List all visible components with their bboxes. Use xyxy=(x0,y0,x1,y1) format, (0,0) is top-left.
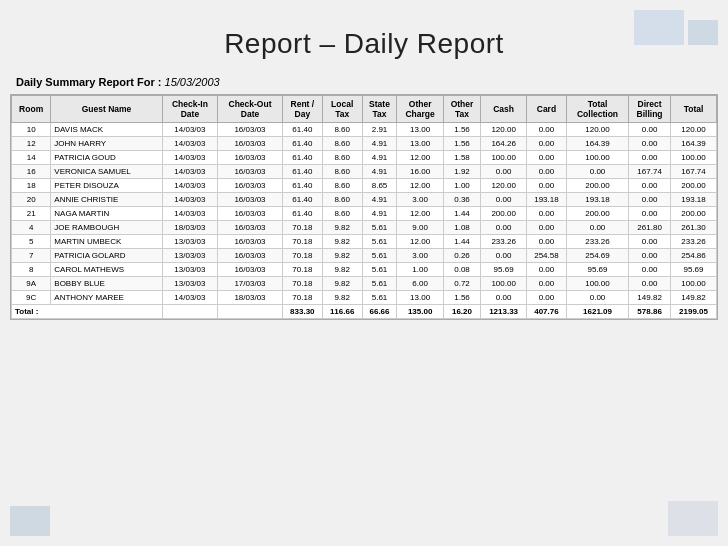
table-cell: 21 xyxy=(12,207,51,221)
table-cell: 120.00 xyxy=(481,123,527,137)
table-cell: 164.39 xyxy=(566,137,628,151)
table-row: 9ABOBBY BLUE13/03/0317/03/0370.189.825.6… xyxy=(12,277,717,291)
table-cell: 14/03/03 xyxy=(162,137,217,151)
table-cell: 9.00 xyxy=(397,221,443,235)
table-cell: 4 xyxy=(12,221,51,235)
table-cell: 16/03/03 xyxy=(218,249,283,263)
page-title: Report – Daily Report xyxy=(10,10,718,70)
table-cell: 70.18 xyxy=(282,291,322,305)
table-cell: 16/03/03 xyxy=(218,137,283,151)
table-cell: PATRICIA GOLARD xyxy=(51,249,162,263)
table-cell: 1.56 xyxy=(443,123,480,137)
table-cell: 0.72 xyxy=(443,277,480,291)
table-cell: 0.26 xyxy=(443,249,480,263)
table-cell: 0.00 xyxy=(629,123,671,137)
col-card: Card xyxy=(527,96,567,123)
table-cell: 5.61 xyxy=(362,249,397,263)
table-row: 5MARTIN UMBECK13/03/0316/03/0370.189.825… xyxy=(12,235,717,249)
table-cell: ANTHONY MAREE xyxy=(51,291,162,305)
bottom-right-decoration xyxy=(668,501,718,536)
table-cell: 0.00 xyxy=(527,235,567,249)
table-cell: 18/03/03 xyxy=(162,221,217,235)
table-cell: 0.00 xyxy=(629,235,671,249)
table-cell: 4.91 xyxy=(362,151,397,165)
table-cell: 120.00 xyxy=(671,123,717,137)
table-row: 9CANTHONY MAREE14/03/0318/03/0370.189.82… xyxy=(12,291,717,305)
col-checkout: Check-OutDate xyxy=(218,96,283,123)
table-cell: 3.00 xyxy=(397,249,443,263)
table-cell: 13.00 xyxy=(397,123,443,137)
table-cell: 5.61 xyxy=(362,221,397,235)
table-cell: 95.69 xyxy=(566,263,628,277)
table-row: 16VERONICA SAMUEL14/03/0316/03/0361.408.… xyxy=(12,165,717,179)
col-cash: Cash xyxy=(481,96,527,123)
table-cell: 0.00 xyxy=(629,137,671,151)
report-for-label: For : xyxy=(137,76,161,88)
table-row: 14PATRICIA GOUD14/03/0316/03/0361.408.60… xyxy=(12,151,717,165)
col-total: Total xyxy=(671,96,717,123)
table-cell: 164.26 xyxy=(481,137,527,151)
table-cell: 16/03/03 xyxy=(218,123,283,137)
table-cell: 0.00 xyxy=(527,165,567,179)
table-cell: 61.40 xyxy=(282,151,322,165)
table-cell: 1.92 xyxy=(443,165,480,179)
table-cell: 1.00 xyxy=(397,263,443,277)
table-cell: 8.60 xyxy=(322,137,362,151)
table-cell: 0.00 xyxy=(527,277,567,291)
col-direct-billing: DirectBilling xyxy=(629,96,671,123)
table-cell: 0.00 xyxy=(629,249,671,263)
table-cell: 0.00 xyxy=(629,151,671,165)
footer-other-tax: 16.20 xyxy=(443,305,480,319)
table-cell: 14/03/03 xyxy=(162,123,217,137)
table-cell: 70.18 xyxy=(282,277,322,291)
table-cell: 1.00 xyxy=(443,179,480,193)
table-cell: 6.00 xyxy=(397,277,443,291)
table-header-row: Room Guest Name Check-InDate Check-OutDa… xyxy=(12,96,717,123)
table-cell: 200.00 xyxy=(481,207,527,221)
table-cell: 14 xyxy=(12,151,51,165)
table-cell: 16.00 xyxy=(397,165,443,179)
table-cell: 254.58 xyxy=(527,249,567,263)
table-cell: 9.82 xyxy=(322,263,362,277)
table-cell: 16/03/03 xyxy=(218,193,283,207)
table-cell: 8.60 xyxy=(322,179,362,193)
table-cell: 0.00 xyxy=(566,221,628,235)
footer-checkin xyxy=(162,305,217,319)
table-cell: 61.40 xyxy=(282,207,322,221)
table-cell: 70.18 xyxy=(282,249,322,263)
table-cell: 70.18 xyxy=(282,221,322,235)
table-row: 12JOHN HARRY14/03/0316/03/0361.408.604.9… xyxy=(12,137,717,151)
table-row: 4JOE RAMBOUGH18/03/0316/03/0370.189.825.… xyxy=(12,221,717,235)
table-cell: 1.08 xyxy=(443,221,480,235)
col-checkin: Check-InDate xyxy=(162,96,217,123)
table-cell: 100.00 xyxy=(481,277,527,291)
table-cell: 120.00 xyxy=(566,123,628,137)
table-cell: 8.60 xyxy=(322,165,362,179)
table-cell: 100.00 xyxy=(481,151,527,165)
table-cell: 95.69 xyxy=(671,263,717,277)
table-cell: 5.61 xyxy=(362,235,397,249)
table-cell: 10 xyxy=(12,123,51,137)
col-room: Room xyxy=(12,96,51,123)
report-label: Daily Summary Report For : 15/03/2003 xyxy=(14,76,220,88)
col-other-charge: OtherCharge xyxy=(397,96,443,123)
table-cell: 16/03/03 xyxy=(218,165,283,179)
table-cell: 0.00 xyxy=(481,221,527,235)
table-cell: 16/03/03 xyxy=(218,207,283,221)
table-cell: 0.00 xyxy=(629,193,671,207)
table-cell: 0.00 xyxy=(527,221,567,235)
table-cell: 13/03/03 xyxy=(162,235,217,249)
table-cell: 95.69 xyxy=(481,263,527,277)
table-cell: 61.40 xyxy=(282,193,322,207)
col-total-collection: TotalCollection xyxy=(566,96,628,123)
table-cell: 61.40 xyxy=(282,165,322,179)
table-row: 21NAGA MARTIN14/03/0316/03/0361.408.604.… xyxy=(12,207,717,221)
table-cell: 16/03/03 xyxy=(218,235,283,249)
report-date: 15/03/2003 xyxy=(165,76,220,88)
footer-rent: 833.30 xyxy=(282,305,322,319)
table-cell: 233.26 xyxy=(671,235,717,249)
table-cell: 4.91 xyxy=(362,193,397,207)
table-cell: 1.58 xyxy=(443,151,480,165)
bottom-left-decoration xyxy=(10,506,50,536)
table-row: 20ANNIE CHRISTIE14/03/0316/03/0361.408.6… xyxy=(12,193,717,207)
